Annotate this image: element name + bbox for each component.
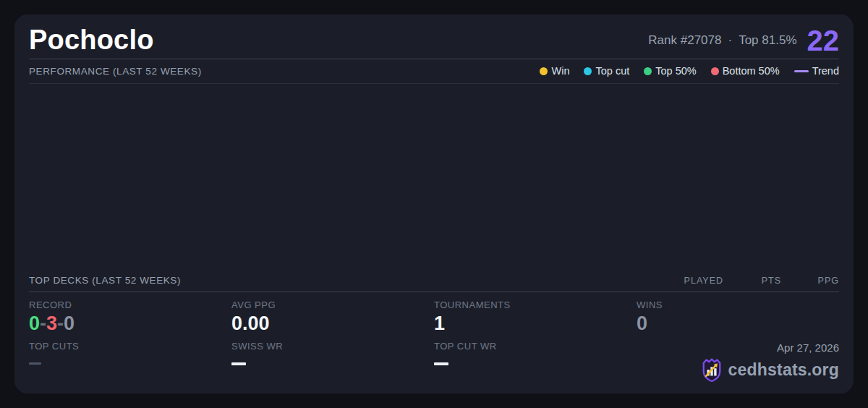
stat-label: TOP CUTS: [29, 341, 231, 352]
performance-header-row: PERFORMANCE (LAST 52 WEEKS) Win Top cut …: [29, 59, 839, 83]
brand-name: cedhstats.org: [728, 360, 839, 380]
record-value: 0-3-0: [29, 313, 231, 335]
rank-line: Rank #27078 · Top 81.5%: [648, 33, 796, 48]
stat-label: WINS: [637, 299, 839, 310]
record-separator: -: [57, 313, 64, 334]
stat-top-cut-wr: TOP CUT WR: [434, 341, 637, 382]
record-losses: 3: [46, 313, 57, 334]
stat-label: RECORD: [29, 299, 231, 310]
legend-item-top-50: Top 50%: [644, 65, 696, 77]
stat-avg-ppg: AVG PPG 0.00: [231, 299, 434, 335]
performance-section-label: PERFORMANCE (LAST 52 WEEKS): [29, 66, 202, 77]
top-decks-header-row: TOP DECKS (LAST 52 WEEKS) PLAYED PTS PPG: [29, 272, 839, 292]
stat-record: RECORD 0-3-0: [29, 299, 231, 335]
legend-label: Win: [551, 65, 569, 77]
top-cut-wr-empty-dash: [434, 362, 448, 365]
rank-separator: ·: [728, 33, 732, 48]
tournaments-value: 1: [434, 313, 637, 335]
top-decks-divider: [29, 292, 839, 292]
win-dot-icon: [540, 67, 548, 75]
record-wins: 0: [29, 313, 40, 334]
top-50-dot-icon: [644, 67, 652, 75]
deck-column-headers: PLAYED PTS PPG: [665, 276, 839, 286]
top-decks-section-label: TOP DECKS (LAST 52 WEEKS): [29, 275, 181, 286]
legend-label: Top cut: [595, 65, 629, 77]
card-header: Pochoclo Rank #27078 · Top 81.5% 22: [29, 25, 839, 59]
swiss-wr-empty-dash: [231, 362, 246, 365]
points-big-number: 22: [807, 26, 840, 55]
player-stats-card: Pochoclo Rank #27078 · Top 81.5% 22 PERF…: [14, 14, 854, 394]
rank-text: Rank #27078: [648, 33, 721, 48]
stat-label: TOP CUT WR: [434, 341, 637, 352]
avg-ppg-value: 0.00: [231, 313, 434, 335]
bottom-50-dot-icon: [711, 67, 719, 75]
legend-label: Trend: [812, 65, 839, 77]
legend-label: Top 50%: [655, 65, 696, 77]
snapshot-date: Apr 27, 2026: [777, 341, 839, 354]
legend-item-top-cut: Top cut: [584, 65, 629, 77]
stat-tournaments: TOURNAMENTS 1: [434, 299, 637, 335]
legend-item-bottom-50: Bottom 50%: [711, 65, 780, 77]
footer-cell: Apr 27, 2026 cedhstats.org: [637, 341, 839, 382]
top-cut-dot-icon: [584, 67, 592, 75]
wins-value: 0: [637, 313, 839, 335]
stat-label: SWISS WR: [231, 341, 434, 352]
player-name: Pochoclo: [29, 25, 154, 56]
legend-item-trend: Trend: [794, 65, 839, 77]
brand-row: cedhstats.org: [701, 358, 839, 382]
column-header-ppg: PPG: [781, 276, 839, 286]
legend-label: Bottom 50%: [723, 65, 780, 77]
column-header-pts: PTS: [723, 276, 781, 286]
performance-chart-area: [29, 84, 839, 272]
legend-item-win: Win: [540, 65, 569, 77]
stats-grid: RECORD 0-3-0 AVG PPG 0.00 TOURNAMENTS 1 …: [29, 299, 839, 382]
rank-group: Rank #27078 · Top 81.5% 22: [648, 26, 839, 55]
record-draws: 0: [64, 313, 75, 334]
trend-line-icon: [794, 70, 809, 72]
stat-label: AVG PPG: [231, 299, 434, 310]
record-separator: -: [40, 313, 46, 334]
top-cuts-empty-dash: [29, 362, 41, 365]
stat-top-cuts: TOP CUTS: [29, 341, 231, 382]
chart-legend: Win Top cut Top 50% Bottom 50% Trend: [540, 65, 839, 77]
column-header-played: PLAYED: [665, 276, 723, 286]
top-percent-text: Top 81.5%: [739, 33, 796, 48]
cedhstats-shield-logo-icon: [701, 358, 723, 382]
stat-label: TOURNAMENTS: [434, 299, 637, 310]
stat-wins: WINS 0: [637, 299, 839, 335]
stat-swiss-wr: SWISS WR: [231, 341, 434, 382]
